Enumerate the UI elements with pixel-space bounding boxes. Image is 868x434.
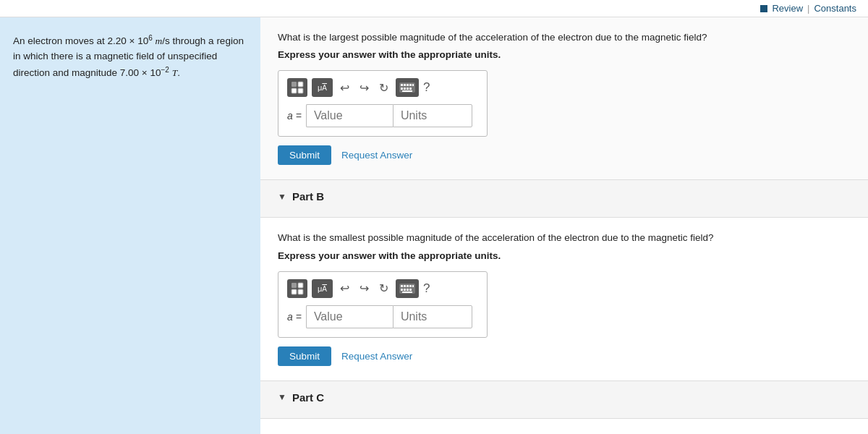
part-b-header[interactable]: ▼ Part B — [278, 190, 851, 203]
part-c-question: If the actual acceleration of the electr… — [278, 432, 851, 435]
separator: | — [807, 3, 809, 14]
svg-rect-20 — [401, 285, 403, 287]
svg-rect-14 — [402, 90, 412, 92]
svg-rect-23 — [409, 285, 412, 287]
part-c-header-row: ▼ Part C — [260, 381, 868, 419]
svg-rect-1 — [298, 82, 303, 87]
svg-rect-6 — [404, 84, 406, 86]
part-a-refresh-btn[interactable]: ↻ — [376, 80, 391, 96]
part-b-redo-btn[interactable]: ↪ — [357, 280, 372, 297]
part-b-units-input[interactable] — [393, 305, 472, 328]
sidebar: An electron moves at 2.20 × 106 m/s thro… — [0, 17, 260, 434]
svg-rect-8 — [409, 84, 412, 86]
svg-rect-18 — [298, 289, 303, 294]
svg-rect-29 — [402, 292, 412, 293]
part-b-header-row: ▼ Part B — [260, 180, 868, 218]
part-b-mu-label: μA — [318, 284, 327, 293]
part-a-mu-btn[interactable]: μA — [312, 78, 333, 97]
svg-rect-3 — [298, 88, 303, 93]
part-a-keyboard-btn[interactable] — [396, 78, 419, 97]
svg-rect-12 — [407, 88, 409, 90]
part-b-keyboard-icon — [399, 284, 415, 294]
part-b-request-answer-link[interactable]: Request Answer — [341, 351, 412, 362]
part-a-undo-btn[interactable]: ↩ — [337, 80, 352, 96]
part-a-actions: Submit Request Answer — [278, 145, 851, 165]
part-b-grid-matrix-icon — [291, 282, 304, 295]
svg-rect-0 — [292, 82, 297, 87]
svg-rect-7 — [407, 84, 409, 86]
svg-rect-24 — [412, 285, 414, 287]
part-b-chevron-icon: ▼ — [278, 192, 286, 202]
svg-rect-10 — [401, 88, 403, 90]
part-a-question: What is the largest possible magnitude o… — [278, 30, 851, 45]
svg-rect-9 — [412, 84, 414, 86]
part-b-submit-button[interactable]: Submit — [278, 346, 331, 366]
part-a-request-answer-link[interactable]: Request Answer — [341, 150, 412, 161]
svg-rect-25 — [401, 289, 403, 291]
part-b-question: What is the smallest possible magnitude … — [278, 231, 851, 245]
part-b-value-input[interactable] — [306, 305, 393, 328]
part-b-actions: Submit Request Answer — [278, 346, 851, 366]
svg-rect-16 — [298, 283, 303, 288]
part-b-help-icon[interactable]: ? — [423, 281, 430, 296]
grid-matrix-icon — [291, 81, 304, 94]
part-b-mu-btn[interactable]: μA — [312, 279, 333, 298]
svg-rect-11 — [404, 88, 406, 90]
part-b-variable: a = — [287, 311, 302, 323]
part-c-header[interactable]: ▼ Part C — [278, 391, 851, 404]
review-icon — [760, 5, 767, 12]
part-b-refresh-btn[interactable]: ↻ — [376, 280, 391, 297]
part-a-value-input[interactable] — [306, 104, 393, 127]
part-b-toolbar: μA ↩ ↪ ↻ — [287, 279, 478, 298]
part-a-toolbar: μA ↩ ↪ ↻ — [287, 78, 478, 97]
svg-rect-27 — [407, 289, 409, 291]
svg-rect-21 — [404, 285, 406, 287]
part-a-help-icon[interactable]: ? — [423, 80, 430, 95]
part-b-section: What is the smallest possible magnitude … — [260, 218, 868, 380]
part-a-section: What is the largest possible magnitude o… — [260, 17, 868, 180]
mu-label: μA — [318, 83, 327, 92]
part-b-input-row: a = — [287, 305, 478, 328]
part-a-units-input[interactable] — [393, 104, 472, 127]
svg-rect-2 — [292, 88, 297, 93]
part-a-submit-button[interactable]: Submit — [278, 145, 331, 165]
part-c-section: If the actual acceleration of the electr… — [260, 419, 868, 435]
sidebar-text: An electron moves at 2.20 × 106 m/s thro… — [13, 35, 244, 79]
part-b-label: Part B — [292, 190, 324, 203]
part-a-instruction: Express your answer with the appropriate… — [278, 49, 851, 60]
svg-rect-17 — [292, 289, 297, 294]
part-c-label: Part C — [292, 391, 324, 404]
top-bar: Review | Constants — [0, 0, 868, 17]
svg-rect-26 — [404, 289, 406, 291]
part-b-answer-box: μA ↩ ↪ ↻ — [278, 271, 488, 338]
part-b-keyboard-btn[interactable] — [396, 279, 419, 298]
review-link[interactable]: Review — [772, 3, 803, 14]
part-a-answer-box: μA ↩ ↪ ↻ — [278, 70, 488, 137]
svg-rect-22 — [407, 285, 409, 287]
svg-rect-13 — [409, 88, 412, 90]
part-a-redo-btn[interactable]: ↪ — [357, 80, 372, 96]
part-a-grid-icon-btn[interactable] — [287, 78, 307, 97]
part-b-undo-btn[interactable]: ↩ — [337, 280, 352, 297]
constants-link[interactable]: Constants — [814, 3, 856, 14]
part-b-instruction: Express your answer with the appropriate… — [278, 250, 851, 261]
part-c-chevron-icon: ▼ — [278, 392, 286, 402]
keyboard-icon — [399, 82, 415, 93]
svg-rect-28 — [409, 289, 412, 291]
svg-rect-5 — [401, 84, 403, 86]
part-b-grid-icon-btn[interactable] — [287, 279, 307, 298]
svg-rect-15 — [292, 283, 297, 288]
part-a-variable: a = — [287, 110, 302, 122]
part-a-input-row: a = — [287, 104, 478, 127]
